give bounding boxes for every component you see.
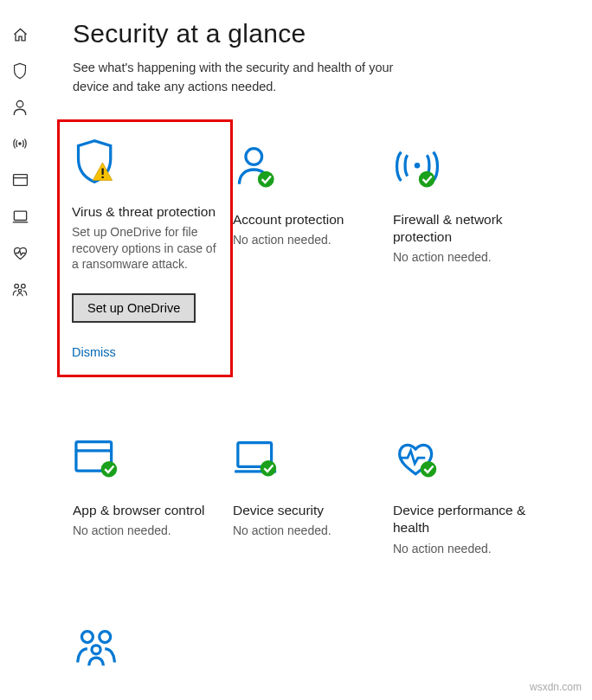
page-subtitle: See what's happening with the security a… (73, 59, 419, 97)
svg-point-16 (261, 460, 276, 476)
svg-point-6 (18, 289, 22, 292)
firewall-check-icon (393, 145, 544, 194)
svg-point-20 (92, 645, 100, 654)
svg-point-14 (101, 461, 118, 478)
account-icon (12, 99, 28, 116)
firewall-icon (11, 136, 29, 151)
home-icon (12, 27, 29, 43)
svg-rect-7 (102, 168, 104, 174)
tile-desc: No action needed. (233, 523, 384, 539)
tile-desc: No action needed. (73, 523, 224, 539)
svg-point-4 (15, 284, 19, 288)
sidebar-app-browser[interactable] (10, 170, 30, 190)
family-icon (11, 282, 29, 297)
svg-point-18 (81, 632, 93, 643)
page-title: Security at a glance (73, 19, 568, 48)
svg-rect-2 (13, 175, 27, 186)
sidebar-performance[interactable] (10, 242, 30, 263)
tile-title: Virus & threat protection (72, 203, 220, 221)
tile-firewall[interactable]: Firewall & network protection No action … (393, 138, 553, 378)
sidebar-firewall[interactable] (10, 133, 30, 154)
sidebar-device-security[interactable] (10, 206, 30, 227)
device-performance-icon (12, 246, 29, 260)
dismiss-link[interactable]: Dismiss (72, 345, 220, 359)
shield-warning-icon (72, 138, 220, 186)
tile-desc: No action needed. (393, 249, 544, 266)
main-content: Security at a glance See what's happenin… (40, 0, 592, 700)
sidebar-family[interactable] (10, 279, 30, 299)
tile-device-security[interactable]: Device security No action needed. (233, 429, 393, 565)
app-browser-icon (12, 173, 29, 187)
svg-point-0 (16, 101, 23, 108)
tile-title: Account protection (233, 211, 384, 228)
svg-rect-3 (14, 211, 26, 220)
svg-point-17 (421, 461, 437, 478)
sidebar-home[interactable] (10, 24, 30, 45)
setup-onedrive-button[interactable]: Set up OneDrive (72, 293, 196, 323)
app-check-icon (73, 436, 224, 485)
tile-account-protection[interactable]: Account protection No action needed. (233, 138, 393, 378)
svg-point-11 (415, 163, 421, 169)
sidebar (0, 0, 40, 700)
tile-desc: No action needed. (393, 541, 544, 557)
tile-virus-threat[interactable]: Virus & threat protection Set up OneDriv… (57, 119, 233, 378)
tile-family[interactable] (73, 617, 233, 698)
tile-desc: Set up OneDrive for file recovery option… (72, 224, 220, 273)
svg-point-9 (246, 148, 262, 164)
tile-title: App & browser control (73, 502, 224, 519)
svg-point-5 (22, 284, 26, 288)
sidebar-virus[interactable] (10, 61, 30, 81)
tile-desc: No action needed. (233, 232, 384, 248)
tile-title: Device performance & health (393, 502, 544, 536)
svg-point-19 (100, 632, 111, 643)
tiles-grid: Virus & threat protection Set up OneDriv… (73, 138, 568, 699)
svg-point-12 (419, 170, 435, 187)
tile-title: Firewall & network protection (393, 211, 544, 246)
svg-point-1 (19, 143, 21, 144)
device-security-icon (12, 209, 29, 224)
family-icon-large (73, 624, 224, 672)
svg-point-10 (258, 170, 274, 187)
heart-check-icon (393, 436, 544, 485)
tile-app-browser[interactable]: App & browser control No action needed. (73, 429, 233, 565)
tile-device-performance[interactable]: Device performance & health No action ne… (393, 429, 553, 565)
svg-rect-8 (102, 176, 104, 177)
device-check-icon (233, 436, 384, 485)
account-check-icon (233, 145, 384, 194)
watermark: wsxdn.com (530, 681, 582, 693)
shield-icon (12, 62, 28, 80)
tile-title: Device security (233, 502, 384, 519)
sidebar-account[interactable] (10, 97, 30, 118)
